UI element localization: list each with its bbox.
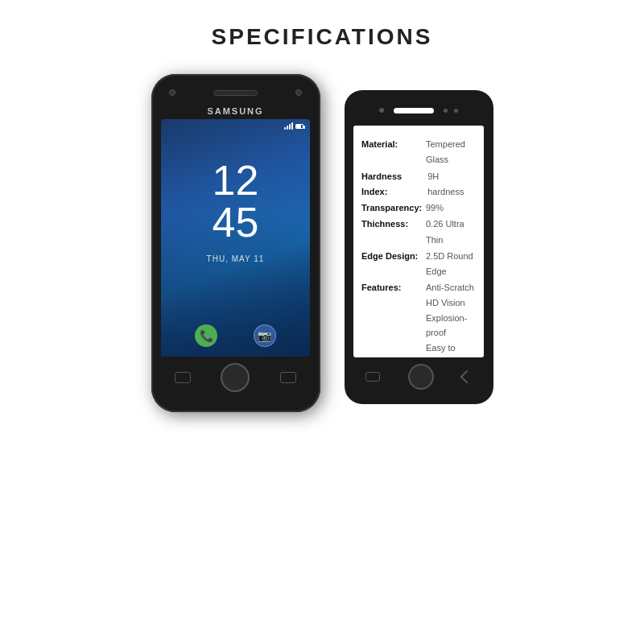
glass-sensor-dot	[444, 109, 448, 113]
specs-table: Material: Tempered Glass Hardness Index:…	[353, 126, 484, 357]
status-bar	[161, 119, 310, 133]
features-label: Features:	[361, 280, 426, 295]
camera-app-icon: 📷	[254, 324, 276, 347]
battery-icon	[295, 124, 303, 129]
recents-button	[175, 372, 191, 383]
screen-date: THU, MAY 11	[161, 254, 310, 263]
phone-speaker	[213, 90, 258, 96]
glass-recents-button	[365, 372, 380, 382]
phone-front-camera-icon	[295, 89, 302, 96]
signal-bars-icon	[284, 122, 293, 130]
spec-row-edge: Edge Design: 2.5D Round Edge	[361, 249, 476, 280]
phone-wrapper: SAMSUNG 12 45 THU, M	[151, 74, 320, 412]
phone-nav-buttons	[159, 363, 312, 392]
glass-screen-area: Material: Tempered Glass Hardness Index:…	[353, 126, 484, 357]
feature-item: Anti-Scratch	[426, 280, 476, 295]
thickness-value: 0.26 Ultra Thin	[426, 217, 476, 248]
phone-app-icon: 📞	[195, 324, 217, 347]
back-button	[280, 372, 296, 383]
thickness-label: Thichness:	[361, 217, 426, 248]
home-button	[221, 363, 250, 392]
glass-top-bar	[345, 95, 493, 126]
time-minute: 45	[161, 201, 310, 243]
feature-item: Easy to clean	[426, 341, 476, 357]
edge-value: 2.5D Round Edge	[426, 249, 476, 280]
time-hour: 12	[161, 159, 310, 201]
material-label: Material:	[361, 137, 426, 168]
glass-protector-wrapper: Material: Tempered Glass Hardness Index:…	[345, 90, 493, 404]
transparency-value: 99%	[426, 200, 444, 216]
screen-time: 12 45	[161, 159, 310, 243]
edge-label: Edge Design:	[361, 249, 426, 280]
phone-top-bar	[159, 80, 312, 105]
phone-device: SAMSUNG 12 45 THU, M	[151, 74, 320, 412]
page-title: SPECIFICATIONS	[212, 24, 433, 50]
transparency-label: Transparency:	[361, 200, 426, 216]
spec-row-material: Material: Tempered Glass	[361, 137, 476, 168]
glass-home-button	[408, 364, 434, 390]
hardness-value: 9H hardness	[427, 169, 476, 200]
dock-icons: 📞 📷	[161, 324, 310, 347]
spec-row-transparency: Transparency: 99%	[361, 200, 476, 216]
hardness-label: Hardness Index:	[361, 169, 427, 200]
glass-nav-buttons	[352, 364, 486, 390]
material-value: Tempered Glass	[426, 137, 476, 168]
glass-camera-dot	[379, 108, 384, 113]
samsung-brand: SAMSUNG	[207, 106, 263, 116]
spec-row-hardness: Hardness Index: 9H hardness	[361, 169, 476, 200]
spec-row-features: Features: Anti-ScratchHD VisionExplosion…	[361, 280, 476, 357]
glass-sensor-dot2	[454, 109, 458, 113]
spec-row-thickness: Thichness: 0.26 Ultra Thin	[361, 217, 476, 248]
glass-back-button	[460, 370, 473, 384]
feature-item: HD Vision	[426, 295, 476, 311]
phone-screen: 12 45 THU, MAY 11 📞 📷	[161, 119, 310, 357]
features-list: Anti-ScratchHD VisionExplosion-proofEasy…	[426, 280, 476, 357]
content-area: SAMSUNG 12 45 THU, M	[0, 74, 644, 412]
feature-item: Explosion-proof	[426, 311, 476, 341]
glass-protector: Material: Tempered Glass Hardness Index:…	[345, 90, 493, 404]
phone-camera-icon	[169, 89, 175, 96]
glass-speaker-slot	[394, 108, 434, 114]
